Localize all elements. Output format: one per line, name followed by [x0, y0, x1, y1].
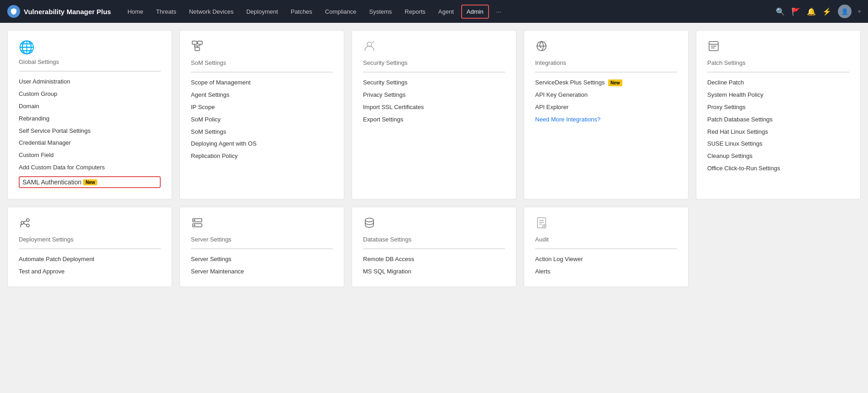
nav-agent[interactable]: Agent [433, 5, 459, 19]
security-settings-icon [363, 40, 505, 56]
nav-threats[interactable]: Threats [151, 5, 182, 19]
link-credential-manager[interactable]: Credential Manager [19, 139, 161, 147]
database-settings-header: Database Settings [363, 216, 505, 243]
svg-rect-2 [195, 47, 200, 51]
link-office-ctr[interactable]: Office Click-to-Run Settings [707, 165, 849, 173]
link-api-key[interactable]: API Key Generation [535, 91, 677, 99]
database-settings-title: Database Settings [363, 236, 505, 243]
link-redhat[interactable]: Red Hat Linux Settings [707, 128, 849, 136]
link-scope-mgmt[interactable]: Scope of Management [191, 79, 333, 87]
patch-settings-icon [707, 40, 849, 56]
svg-point-16 [26, 224, 29, 227]
server-settings-header: Server Settings [191, 216, 333, 243]
integrations-divider [535, 72, 677, 73]
nav-right: 🔍 🚩 🔔 ⚡ 👤 ▫ [776, 5, 861, 18]
patch-settings-header: Patch Settings [707, 40, 849, 66]
deployment-settings-icon [19, 216, 161, 232]
apps-icon[interactable]: ▫ [858, 7, 861, 16]
som-settings-title: SoM Settings [191, 59, 333, 66]
audit-links: Action Log Viewer Alerts [535, 256, 677, 276]
audit-title: Audit [535, 236, 677, 243]
link-domain[interactable]: Domain [19, 103, 161, 110]
link-server-maintenance[interactable]: Server Maintenance [191, 268, 333, 276]
nav-home[interactable]: Home [122, 5, 149, 19]
nav-patches[interactable]: Patches [285, 5, 318, 19]
link-import-ssl[interactable]: Import SSL Certificates [363, 104, 505, 111]
link-suse[interactable]: SUSE Linux Settings [707, 140, 849, 148]
global-settings-card: 🌐 Global Settings User Administration Cu… [7, 30, 172, 199]
link-ms-sql[interactable]: MS SQL Migration [363, 268, 505, 276]
integrations-card: Integrations ServiceDesk Plus Settings N… [524, 30, 689, 199]
link-action-log[interactable]: Action Log Viewer [535, 256, 677, 263]
link-automate-patch[interactable]: Automate Patch Deployment [19, 256, 161, 263]
brand-icon [7, 5, 20, 18]
svg-line-17 [24, 221, 26, 222]
svg-point-15 [26, 219, 29, 221]
link-som-policy[interactable]: SoM Policy [191, 116, 333, 124]
svg-rect-0 [192, 41, 197, 44]
link-user-admin[interactable]: User Administration [19, 78, 161, 86]
nav-network-devices[interactable]: Network Devices [184, 5, 239, 19]
svg-point-25 [365, 218, 374, 222]
link-test-approve[interactable]: Test and Approve [19, 268, 161, 276]
link-proxy-settings[interactable]: Proxy Settings [707, 104, 849, 111]
bottom-admin-grid: Deployment Settings Automate Patch Deplo… [7, 207, 861, 287]
link-alerts[interactable]: Alerts [535, 268, 677, 276]
link-remote-db[interactable]: Remote DB Access [363, 256, 505, 263]
svg-point-23 [194, 220, 195, 221]
security-settings-header: Security Settings [363, 40, 505, 66]
link-api-explorer[interactable]: API Explorer [535, 104, 677, 111]
link-patch-db[interactable]: Patch Database Settings [707, 116, 849, 124]
integrations-icon [535, 40, 677, 56]
search-icon[interactable]: 🔍 [776, 7, 785, 16]
nav-compliance[interactable]: Compliance [320, 5, 362, 19]
link-self-service[interactable]: Self Service Portal Settings [19, 127, 161, 135]
patch-settings-divider [707, 72, 849, 73]
link-system-health[interactable]: System Health Policy [707, 91, 849, 99]
database-settings-icon [363, 216, 505, 232]
nav-more[interactable]: ··· [491, 5, 507, 19]
link-saml-auth[interactable]: SAML Authentication New [19, 176, 161, 188]
avatar[interactable]: 👤 [838, 5, 852, 18]
link-ip-scope[interactable]: IP Scope [191, 104, 333, 111]
link-custom-group[interactable]: Custom Group [19, 90, 161, 98]
nav-admin[interactable]: Admin [461, 5, 489, 19]
svg-point-24 [194, 225, 195, 226]
global-settings-links: User Administration Custom Group Domain … [19, 78, 161, 188]
link-more-integrations[interactable]: Need More Integrations? [535, 116, 677, 124]
link-custom-field[interactable]: Custom Field [19, 152, 161, 159]
link-servicedesk[interactable]: ServiceDesk Plus Settings New [535, 79, 677, 87]
lightning-icon[interactable]: ⚡ [822, 7, 831, 16]
security-settings-divider [363, 72, 505, 73]
audit-icon [535, 216, 677, 232]
svg-point-14 [21, 221, 24, 224]
link-export-settings[interactable]: Export Settings [363, 116, 505, 124]
bell-icon[interactable]: 🔔 [807, 7, 816, 16]
server-settings-icon [191, 216, 333, 232]
nav-systems[interactable]: Systems [363, 5, 397, 19]
link-privacy-settings[interactable]: Privacy Settings [363, 91, 505, 99]
link-cleanup[interactable]: Cleanup Settings [707, 152, 849, 160]
patch-settings-links: Decline Patch System Health Policy Proxy… [707, 79, 849, 173]
link-add-custom-data[interactable]: Add Custom Data for Computers [19, 164, 161, 172]
link-security-settings[interactable]: Security Settings [363, 79, 505, 87]
link-server-settings[interactable]: Server Settings [191, 256, 333, 263]
link-rebranding[interactable]: Rebranding [19, 115, 161, 123]
link-agent-settings[interactable]: Agent Settings [191, 91, 333, 99]
link-som-settings[interactable]: SoM Settings [191, 128, 333, 136]
saml-badge: New [83, 179, 97, 185]
servicedesk-badge: New [608, 79, 622, 86]
global-settings-divider [19, 71, 161, 72]
nav-deployment[interactable]: Deployment [241, 5, 283, 19]
link-replication-policy[interactable]: Replication Policy [191, 152, 333, 160]
brand-label: Vulnerability Manager Plus [24, 8, 111, 16]
nav-items: Home Threats Network Devices Deployment … [122, 5, 776, 19]
audit-card: Audit Action Log Viewer Alerts [524, 207, 689, 287]
audit-header: Audit [535, 216, 677, 243]
som-settings-divider [191, 72, 333, 73]
alert-icon[interactable]: 🚩 [791, 7, 800, 16]
link-decline-patch[interactable]: Decline Patch [707, 79, 849, 87]
nav-reports[interactable]: Reports [399, 5, 431, 19]
brand[interactable]: Vulnerability Manager Plus [7, 5, 111, 18]
link-deploying-agent[interactable]: Deploying Agent with OS [191, 140, 333, 148]
